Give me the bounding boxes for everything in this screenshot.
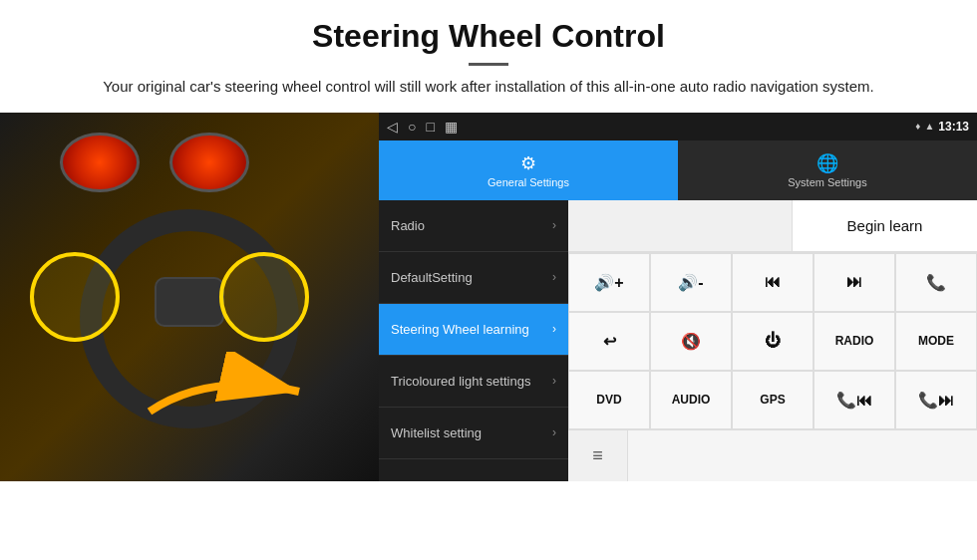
menu-item-steering-label: Steering Wheel learning: [391, 322, 552, 337]
nav-cast-icon[interactable]: ▦: [445, 119, 458, 135]
nav-buttons: ◁ ○ □ ▦: [387, 119, 458, 135]
radio-label: RADIO: [835, 334, 874, 348]
scan-row: ≡: [568, 429, 977, 481]
menu-item-default-setting[interactable]: DefaultSetting ›: [379, 252, 568, 304]
tab-system-label: System Settings: [788, 176, 866, 188]
nav-back-icon[interactable]: ◁: [387, 119, 398, 135]
chevron-icon: ›: [552, 218, 556, 232]
ctrl-call-answer[interactable]: 📞: [895, 253, 977, 312]
header-subtitle: Your original car's steering wheel contr…: [40, 76, 937, 99]
page-header: Steering Wheel Control Your original car…: [0, 0, 977, 109]
prev-track-icon: ⏮: [765, 273, 781, 291]
left-menu: Radio › DefaultSetting › Steering Wheel …: [379, 200, 568, 481]
menu-item-default-label: DefaultSetting: [391, 270, 552, 285]
main-content: ◁ ○ □ ▦ ♦ ▲ 13:13 ⚙ General Settings 🌐 S…: [0, 113, 977, 481]
tab-system[interactable]: 🌐 System Settings: [678, 140, 977, 200]
scan-icon: ≡: [592, 445, 603, 466]
menu-item-tricoloured[interactable]: Tricoloured light settings ›: [379, 356, 568, 408]
menu-item-steering-wheel[interactable]: Steering Wheel learning ›: [379, 304, 568, 356]
menu-item-whitelist[interactable]: Whitelist setting ›: [379, 408, 568, 459]
mute-icon: 🔇: [681, 332, 701, 351]
page-title: Steering Wheel Control: [40, 18, 937, 55]
right-control-panel: Begin learn 🔊+ 🔊- ⏮ ⏭: [568, 200, 977, 481]
steering-wheel-center: [155, 277, 224, 327]
clock: 13:13: [938, 120, 969, 134]
call-end-icon: ↩: [603, 332, 616, 351]
system-settings-icon: 🌐: [816, 152, 838, 174]
dvd-label: DVD: [596, 393, 621, 407]
ctrl-dvd[interactable]: DVD: [568, 371, 650, 429]
menu-item-radio[interactable]: Radio ›: [379, 200, 568, 252]
chevron-icon: ›: [552, 322, 556, 336]
begin-learn-row: Begin learn: [568, 200, 977, 252]
nav-recent-icon[interactable]: □: [426, 119, 434, 135]
phone-icon: 📞: [926, 273, 946, 292]
arrow-indicator: [130, 352, 329, 431]
call-next-icon: 📞⏭: [918, 391, 954, 410]
steering-wheel-image: [0, 113, 379, 481]
status-bar: ◁ ○ □ ▦ ♦ ▲ 13:13: [379, 113, 977, 140]
signal-icon: ▲: [924, 121, 934, 132]
main-panel: Radio › DefaultSetting › Steering Wheel …: [379, 200, 977, 481]
menu-item-radio-label: Radio: [391, 218, 552, 233]
nav-home-icon[interactable]: ○: [408, 119, 416, 135]
tab-general-label: General Settings: [488, 176, 569, 188]
menu-item-tricoloured-label: Tricoloured light settings: [391, 374, 552, 389]
ctrl-call-next[interactable]: 📞⏭: [895, 371, 977, 429]
ctrl-vol-down[interactable]: 🔊-: [650, 253, 732, 312]
gps-label: GPS: [760, 393, 785, 407]
begin-learn-button[interactable]: Begin learn: [793, 200, 977, 251]
settings-tabs: ⚙ General Settings 🌐 System Settings: [379, 140, 977, 200]
ctrl-call-end[interactable]: ↩: [568, 312, 650, 371]
call-prev-icon: 📞⏮: [836, 391, 872, 410]
ctrl-call-prev[interactable]: 📞⏮: [814, 371, 895, 429]
chevron-icon: ›: [552, 374, 556, 388]
vol-up-icon: 🔊+: [594, 273, 623, 292]
ctrl-audio[interactable]: AUDIO: [650, 371, 732, 429]
status-indicators: ♦ ▲ 13:13: [915, 120, 969, 134]
highlight-right-buttons: [219, 252, 309, 342]
ctrl-power[interactable]: ⏻: [732, 312, 814, 371]
header-divider: [469, 63, 508, 66]
highlight-left-buttons: [30, 252, 120, 342]
android-ui: ◁ ○ □ ▦ ♦ ▲ 13:13 ⚙ General Settings 🌐 S…: [379, 113, 977, 481]
tab-general[interactable]: ⚙ General Settings: [379, 140, 678, 200]
ctrl-vol-up[interactable]: 🔊+: [568, 253, 650, 312]
empty-spacer: [568, 200, 793, 251]
gauge-right: [169, 133, 249, 192]
gauge-left: [60, 133, 140, 192]
ctrl-mute[interactable]: 🔇: [650, 312, 732, 371]
controls-grid: 🔊+ 🔊- ⏮ ⏭ 📞 ↩: [568, 252, 977, 429]
chevron-icon: ›: [552, 425, 556, 439]
next-track-icon: ⏭: [846, 273, 862, 291]
menu-item-whitelist-label: Whitelist setting: [391, 425, 552, 440]
chevron-icon: ›: [552, 270, 556, 284]
power-icon: ⏻: [765, 332, 781, 350]
audio-label: AUDIO: [672, 393, 711, 407]
mode-label: MODE: [918, 334, 954, 348]
ctrl-prev-track[interactable]: ⏮: [732, 253, 814, 312]
ctrl-mode[interactable]: MODE: [895, 312, 977, 371]
ctrl-next-track[interactable]: ⏭: [814, 253, 895, 312]
ctrl-radio[interactable]: RADIO: [814, 312, 895, 371]
vol-down-icon: 🔊-: [678, 273, 703, 292]
scan-button[interactable]: ≡: [568, 430, 628, 481]
general-settings-icon: ⚙: [520, 152, 536, 174]
ctrl-gps[interactable]: GPS: [732, 371, 814, 429]
location-icon: ♦: [915, 121, 920, 132]
